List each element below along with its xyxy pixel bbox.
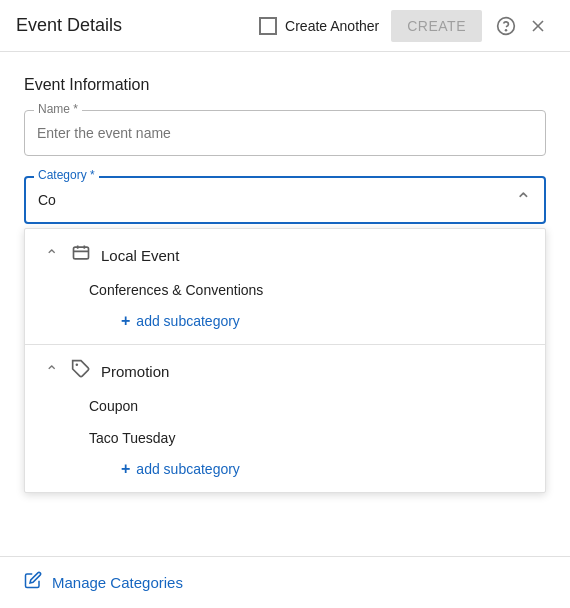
create-another-wrapper: Create Another [259,17,379,35]
promotion-icon [71,359,91,384]
help-icon [496,16,516,36]
chevron-up-icon: ⌃ [515,188,532,212]
promotion-name: Promotion [101,363,169,380]
list-item[interactable]: Conferences & Conventions [73,274,545,306]
name-input[interactable] [24,110,546,156]
local-event-items: Conferences & Conventions + add subcateg… [25,274,545,336]
plus-icon: + [121,460,130,478]
create-button[interactable]: CREATE [391,10,482,42]
svg-rect-4 [74,247,89,259]
dialog-footer: Manage Categories [0,556,570,608]
category-group-local-event: ⌃ Local Event Conferences & Conventions … [25,229,545,344]
section-title: Event Information [24,76,546,94]
list-item[interactable]: Taco Tuesday [73,422,545,454]
category-field-group: Category * ⌃ [24,176,546,224]
name-field-group: Name * [24,110,546,156]
add-subcategory-promotion[interactable]: + add subcategory [105,454,545,484]
name-label: Name * [34,102,82,116]
help-button[interactable] [490,10,522,42]
event-details-dialog: Event Details Create Another CREATE Even… [0,0,570,608]
dialog-body: Event Information Name * Category * ⌃ ⌃ [0,52,570,556]
chevron-collapse-promotion-icon: ⌃ [41,362,61,381]
category-input[interactable] [38,192,515,208]
close-button[interactable] [522,10,554,42]
local-event-icon [71,243,91,268]
create-another-checkbox[interactable] [259,17,277,35]
plus-icon: + [121,312,130,330]
category-input-wrapper[interactable]: ⌃ [24,176,546,224]
close-icon [528,16,548,36]
list-item[interactable]: Coupon [73,390,545,422]
promotion-items: Coupon Taco Tuesday + add subcategory [25,390,545,484]
category-group-header-local-event[interactable]: ⌃ Local Event [25,237,545,274]
dialog-title: Event Details [16,15,259,36]
category-group-header-promotion[interactable]: ⌃ Promotion [25,353,545,390]
local-event-name: Local Event [101,247,179,264]
edit-icon [24,571,42,594]
add-subcategory-label: add subcategory [136,313,240,329]
create-another-label[interactable]: Create Another [285,18,379,34]
add-subcategory-label: add subcategory [136,461,240,477]
category-group-promotion: ⌃ Promotion Coupon Taco Tuesday + add s [25,345,545,492]
manage-categories-link[interactable]: Manage Categories [52,574,183,591]
chevron-collapse-icon: ⌃ [41,246,61,265]
category-label: Category * [34,168,99,182]
dropdown-list: ⌃ Local Event Conferences & Conventions … [24,228,546,493]
add-subcategory-local-event[interactable]: + add subcategory [105,306,545,336]
dialog-header: Event Details Create Another CREATE [0,0,570,52]
